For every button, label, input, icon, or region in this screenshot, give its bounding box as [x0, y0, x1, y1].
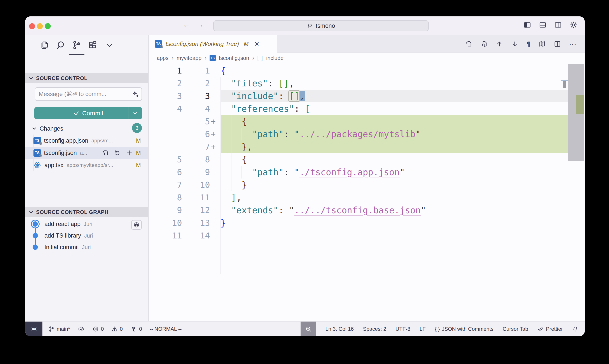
status-item-0[interactable]: 0 — [130, 325, 142, 333]
chevron-down-icon — [132, 110, 138, 116]
file-name: tsconfig.json — [44, 150, 77, 156]
search-icon — [307, 23, 313, 29]
file-search-icon[interactable] — [480, 40, 488, 48]
status-item-cloud-upload[interactable] — [78, 325, 85, 333]
goto-current-history-item-button[interactable] — [131, 220, 142, 230]
code-line-4[interactable]: 44 "references": [ — [149, 102, 585, 115]
change-row-app.tsx[interactable]: app.tsxapps/myviteapp/sr...M — [25, 159, 148, 171]
code-line-6[interactable]: 6+ "path": "../../packages/mytslib" — [149, 128, 585, 141]
activity-item-extensions[interactable] — [87, 39, 99, 51]
code-text: "path": "./tsconfig.app.json" — [220, 166, 405, 179]
original-line-number: 10 — [149, 217, 182, 229]
file-name: app.tsx — [44, 162, 64, 169]
breadcrumb-apps[interactable]: apps — [157, 55, 168, 61]
status-item-ln-3-col-16[interactable]: Ln 3, Col 16 — [325, 326, 354, 332]
back-arrow-icon[interactable]: ← — [183, 20, 190, 29]
status-item-lf[interactable]: LF — [420, 326, 426, 332]
remote-indicator[interactable]: >< — [25, 322, 42, 336]
status-item-normal[interactable]: -- NORMAL -- — [149, 326, 181, 332]
change-row-tsconfig.json[interactable]: TS⚙tsconfig.jsona...M — [25, 147, 148, 159]
status-item-spaces-2[interactable]: Spaces: 2 — [363, 326, 386, 332]
code-line-11[interactable]: 811 ], — [149, 191, 585, 204]
source-control-title: SOURCE CONTROL — [36, 75, 88, 81]
breadcrumb-include[interactable]: include — [266, 55, 284, 61]
code-line-14[interactable]: 1114 — [149, 229, 585, 242]
plus-icon[interactable] — [126, 149, 133, 157]
layout-sidebar-right-icon[interactable] — [554, 21, 562, 29]
status-item-utf-8[interactable]: UTF-8 — [396, 326, 410, 332]
commit-button[interactable]: Commit — [34, 107, 142, 119]
code-text: "references": [ — [220, 102, 310, 115]
added-line-plus: + — [211, 128, 216, 141]
pilcrow-icon[interactable]: ¶ — [526, 40, 531, 48]
commit-row-Initial-commit[interactable]: Initial commitJuri — [25, 242, 148, 253]
open-changes-icon[interactable] — [465, 40, 472, 48]
map-icon[interactable] — [538, 40, 546, 48]
commit-dropdown-button[interactable] — [128, 107, 142, 119]
commit-row-add-TS-library[interactable]: add TS libraryJuri — [25, 230, 148, 242]
code-line-5[interactable]: 5+ { — [149, 115, 585, 128]
code-line-13[interactable]: 1013} — [149, 217, 585, 229]
code-line-3[interactable]: 33 "include": [], — [149, 90, 585, 102]
layout-sidebar-left-icon[interactable] — [523, 21, 531, 29]
minimize-window-button[interactable] — [37, 23, 43, 29]
status-item-json-with-comments[interactable]: { }JSON with Comments — [435, 326, 493, 332]
ellipsis-icon[interactable]: ⋯ — [569, 39, 577, 48]
changes-section-header[interactable]: Changes — [25, 123, 148, 134]
source-control-header[interactable]: SOURCE CONTROL — [25, 73, 148, 83]
status-item-main[interactable]: main* — [48, 326, 70, 332]
source-control-graph-header[interactable]: SOURCE CONTROL GRAPH — [25, 207, 148, 217]
layout-panel-icon[interactable] — [539, 21, 547, 29]
error-icon — [92, 326, 99, 332]
go-to-file-icon[interactable] — [102, 149, 109, 157]
code-line-12[interactable]: 912 "extends": "../../tsconfig.base.json… — [149, 204, 585, 217]
titlebar-layout-icons — [523, 21, 578, 29]
arrow-up-icon[interactable] — [496, 40, 503, 48]
status-item-cursor-tab[interactable]: Cursor Tab — [503, 326, 528, 332]
activity-item-search[interactable] — [54, 39, 67, 51]
code-line-10[interactable]: 710 } — [149, 179, 585, 191]
activity-item-source-control[interactable] — [70, 39, 83, 51]
change-row-tsconfig.app.json[interactable]: TS⚙tsconfig.app.jsonapps/m...M — [25, 134, 148, 147]
code-line-8[interactable]: 58 { — [149, 153, 585, 166]
activity-item-more[interactable] — [104, 39, 116, 51]
modified-line-number: 11 — [184, 191, 210, 204]
file-path: a... — [80, 150, 87, 156]
traffic-lights — [29, 23, 51, 29]
breadcrumb-tsconfig-json[interactable]: tsconfig.json — [219, 55, 249, 61]
sparkle-icon[interactable] — [132, 91, 139, 98]
code-line-7[interactable]: 7+ }, — [149, 141, 585, 153]
forward-arrow-icon[interactable]: → — [196, 20, 204, 29]
code-line-2[interactable]: 22 "files": [], — [149, 77, 585, 90]
code-line-1[interactable]: 11{ — [149, 64, 585, 77]
commit-author: Juri — [84, 221, 92, 227]
arrow-down-icon[interactable] — [511, 40, 518, 48]
activity-item-explorer[interactable] — [39, 39, 51, 51]
added-line-plus: + — [211, 115, 216, 128]
close-window-button[interactable] — [29, 23, 35, 29]
status-label: Ln 3, Col 16 — [325, 326, 354, 332]
status-item-bell[interactable] — [572, 326, 579, 332]
commit-message-input[interactable] — [35, 87, 142, 101]
tab-tsconfig-json-working-tree[interactable]: TS⚙ tsconfig.json (Working Tree) M ✕ — [149, 35, 277, 53]
commit-message: Initial commit — [44, 244, 79, 251]
status-item-prettier[interactable]: Prettier — [537, 326, 563, 332]
modified-status-badge: M — [136, 162, 141, 169]
zoom-indicator[interactable] — [300, 322, 316, 336]
broadcast-icon — [130, 325, 137, 333]
status-item-0[interactable]: 0 — [111, 326, 123, 332]
status-label: 0 — [120, 326, 123, 332]
breadcrumb-myviteapp[interactable]: myviteapp — [177, 55, 201, 61]
maximize-window-button[interactable] — [45, 23, 51, 29]
close-icon[interactable]: ✕ — [254, 40, 259, 48]
cloud-upload-icon — [78, 325, 85, 333]
gear-icon[interactable] — [570, 21, 578, 29]
discard-icon[interactable] — [114, 149, 121, 157]
command-center-search[interactable]: tsmono — [213, 20, 429, 31]
tsconfig-file-icon: TS⚙ — [33, 137, 41, 144]
split-editor-icon[interactable] — [554, 40, 561, 48]
code-line-9[interactable]: 69 "path": "./tsconfig.app.json" — [149, 166, 585, 179]
code-editor[interactable]: 11{22 "files": [],33 "include": [],44 "r… — [149, 63, 585, 321]
commit-row-add-react-app[interactable]: add react appJuri — [25, 218, 148, 230]
status-item-0[interactable]: 0 — [92, 326, 104, 332]
